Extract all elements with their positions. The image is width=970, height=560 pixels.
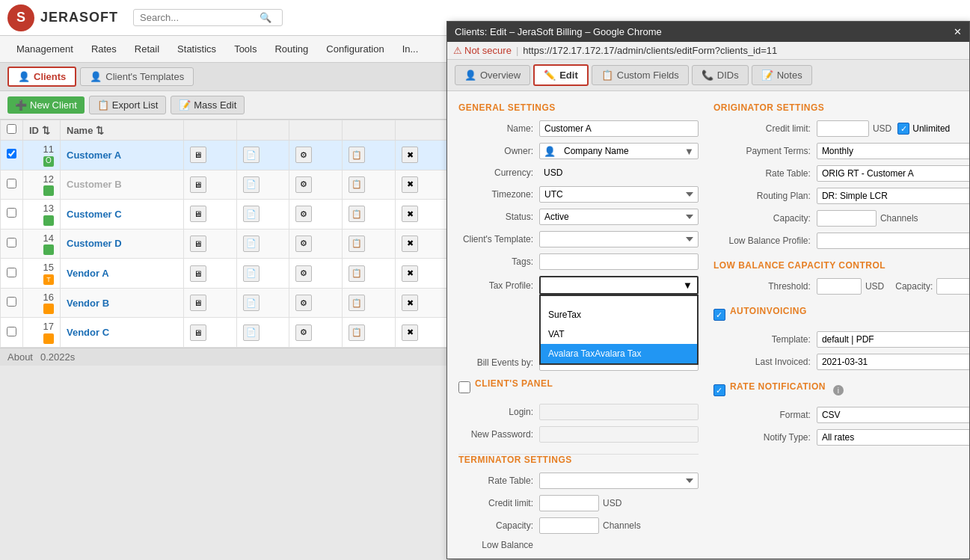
client-table: ID ⇅ Name ⇅ 11 O Customer A 🖥 bbox=[0, 120, 449, 348]
browser-close[interactable]: ✕ bbox=[954, 26, 962, 37]
rate-table-select[interactable]: ORIG RT - Customer A bbox=[817, 165, 969, 182]
edit-form: 👤 Overview ✏️ Edit 📋 Custom Fields 📞 DID… bbox=[447, 60, 969, 559]
row-action2-11[interactable]: 📄 bbox=[236, 141, 289, 170]
col-actions4 bbox=[343, 120, 396, 141]
browser-url[interactable]: https://172.17.172.17/admin/clients/edit… bbox=[523, 45, 777, 56]
name-input[interactable] bbox=[539, 120, 699, 137]
action-icon-5[interactable]: ✖ bbox=[402, 147, 418, 163]
form-right-column: ORIGINATOR SETTINGS Credit limit: USD Un… bbox=[713, 102, 969, 556]
clients-panel-section: CLIENT'S PANEL Login: New Password: bbox=[458, 378, 699, 443]
action-icon-4[interactable]: 📋 bbox=[349, 147, 365, 163]
routing-plan-select[interactable]: DR: Simple LCR bbox=[817, 188, 969, 204]
row-action3-11[interactable]: ⚙ bbox=[289, 141, 343, 170]
login-input[interactable] bbox=[539, 404, 699, 420]
dropdown-item-empty[interactable] bbox=[541, 296, 697, 305]
nav-configuration[interactable]: Configuration bbox=[317, 37, 393, 61]
timezone-select[interactable]: UTC bbox=[539, 186, 699, 203]
tab-notes[interactable]: 📝 Notes bbox=[752, 65, 812, 85]
customer-d-link[interactable]: Customer D bbox=[67, 238, 122, 249]
vendor-a-link[interactable]: Vendor A bbox=[67, 268, 109, 279]
nav-rates[interactable]: Rates bbox=[82, 37, 126, 61]
info-icon[interactable]: i bbox=[833, 385, 844, 396]
mass-edit-button[interactable]: 📝 Mass Edit bbox=[171, 96, 245, 114]
search-input[interactable] bbox=[140, 12, 260, 23]
row-name-11[interactable]: Customer A bbox=[61, 141, 184, 170]
threshold-usd-label: USD bbox=[865, 281, 884, 292]
tax-profile-arrow[interactable]: ▼ bbox=[683, 280, 693, 291]
edit-form-tabs: 👤 Overview ✏️ Edit 📋 Custom Fields 📞 DID… bbox=[447, 60, 969, 91]
term-rate-table-select[interactable] bbox=[539, 473, 699, 489]
format-label: Format: bbox=[713, 410, 811, 420]
last-invoiced-input[interactable] bbox=[817, 354, 969, 370]
new-password-input[interactable] bbox=[539, 426, 699, 443]
action-icon-2[interactable]: 📄 bbox=[243, 147, 260, 163]
nav-tools[interactable]: Tools bbox=[225, 37, 265, 61]
row-action1-11[interactable]: 🖥 bbox=[183, 141, 236, 170]
customer-a-link[interactable]: Customer A bbox=[67, 150, 121, 161]
tab-clients-templates[interactable]: 👤 Client's Templates bbox=[80, 67, 194, 86]
low-balance-select[interactable] bbox=[817, 233, 969, 249]
action-icon-3[interactable]: ⚙ bbox=[295, 147, 312, 163]
format-select[interactable]: CSV bbox=[817, 407, 969, 423]
capacity-lbc-input[interactable] bbox=[936, 278, 969, 295]
status-select[interactable]: Active bbox=[539, 209, 699, 225]
search-box[interactable]: 🔍 bbox=[133, 9, 283, 26]
tax-profile-input[interactable]: ▼ bbox=[539, 276, 699, 295]
row-checkbox-11[interactable] bbox=[1, 141, 23, 170]
threshold-input[interactable] bbox=[817, 278, 862, 295]
tab-dids[interactable]: 📞 DIDs bbox=[692, 65, 749, 85]
nav-retail[interactable]: Retail bbox=[126, 37, 168, 61]
nav-routing[interactable]: Routing bbox=[265, 37, 317, 61]
tab-custom-fields[interactable]: 📋 Custom Fields bbox=[592, 65, 689, 85]
owner-input[interactable] bbox=[559, 144, 681, 159]
rate-table-label: Rate Table: bbox=[713, 168, 811, 179]
term-credit-limit-input[interactable] bbox=[539, 495, 599, 511]
dropdown-item-suretax[interactable]: SureTax bbox=[541, 305, 697, 324]
term-capacity-input[interactable] bbox=[539, 517, 599, 534]
owner-row: Owner: 👤 ▼ bbox=[458, 143, 699, 159]
clients-panel-checkbox[interactable] bbox=[458, 381, 470, 393]
low-balance-row: Low Balance Profile: bbox=[713, 233, 969, 249]
unlimited-checkbox[interactable] bbox=[897, 123, 909, 135]
tax-profile-container: ▼ SureTax VAT Avalara TaxAvalara Tax bbox=[539, 276, 699, 295]
search-button[interactable]: 🔍 bbox=[260, 12, 271, 23]
logo-icon: S bbox=[7, 4, 34, 31]
owner-person-icon: 👤 bbox=[540, 144, 559, 159]
select-all-checkbox[interactable] bbox=[7, 124, 16, 134]
threshold-row: Threshold: USD Capacity: Channels bbox=[713, 278, 969, 295]
notes-icon: 📝 bbox=[761, 70, 773, 81]
customer-b-link[interactable]: Customer B bbox=[67, 179, 122, 190]
template-select[interactable]: default | PDF bbox=[817, 331, 969, 348]
customer-c-link[interactable]: Customer C bbox=[67, 209, 122, 220]
tab-edit[interactable]: ✏️ Edit bbox=[533, 64, 589, 86]
owner-dropdown-icon[interactable]: ▼ bbox=[681, 144, 698, 159]
vendor-b-link[interactable]: Vendor B bbox=[67, 298, 109, 309]
status-label: Status: bbox=[458, 212, 533, 222]
new-client-button[interactable]: ➕ New Client bbox=[7, 96, 85, 114]
nav-statistics[interactable]: Statistics bbox=[168, 37, 225, 61]
pencil-icon: ✏️ bbox=[544, 70, 556, 81]
payment-terms-select[interactable]: Monthly bbox=[817, 143, 969, 159]
name-label: Name: bbox=[458, 123, 533, 134]
terminator-settings-title: TERMINATOR SETTINGS bbox=[458, 455, 699, 465]
action-icon-1[interactable]: 🖥 bbox=[190, 147, 206, 163]
tab-overview[interactable]: 👤 Overview bbox=[455, 65, 530, 85]
capacity-input[interactable] bbox=[817, 210, 877, 227]
about-label: About bbox=[7, 351, 33, 363]
credit-limit-input[interactable] bbox=[817, 120, 869, 137]
clients-template-select[interactable] bbox=[539, 231, 699, 247]
nav-management[interactable]: Management bbox=[7, 37, 82, 61]
export-list-button[interactable]: 📋 Export List bbox=[89, 96, 166, 114]
dropdown-item-avalara[interactable]: Avalara TaxAvalara Tax bbox=[541, 344, 697, 363]
nav-in[interactable]: In... bbox=[393, 37, 428, 61]
tab-clients[interactable]: 👤 Clients bbox=[7, 67, 76, 87]
tax-profile-label: Tax Profile: bbox=[458, 280, 533, 291]
vendor-c-link[interactable]: Vendor C bbox=[67, 327, 109, 338]
tags-input[interactable] bbox=[539, 253, 699, 270]
dropdown-item-vat[interactable]: VAT bbox=[541, 324, 697, 344]
rate-notification-checkbox[interactable] bbox=[713, 384, 725, 396]
row-action5-11[interactable]: ✖ bbox=[396, 141, 449, 170]
autoinvoicing-checkbox[interactable] bbox=[713, 309, 725, 321]
row-action4-11[interactable]: 📋 bbox=[343, 141, 396, 170]
notify-type-select[interactable]: All rates bbox=[817, 429, 969, 446]
